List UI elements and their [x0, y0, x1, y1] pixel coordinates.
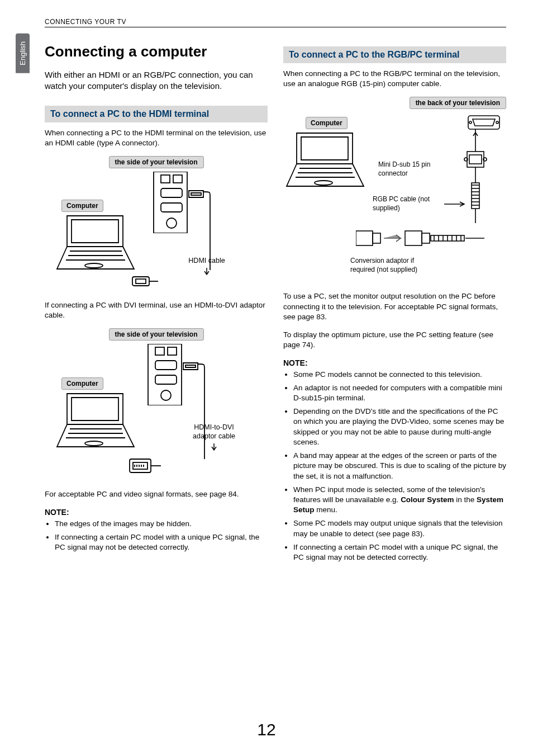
hdmi-body: When connecting a PC to the HDMI termina… [45, 128, 268, 148]
svg-rect-5 [161, 175, 170, 183]
dvi-body: If connecting a PC with DVI terminal, us… [45, 300, 268, 320]
note-list-left: The edges of the images may be hidden.If… [45, 519, 268, 553]
svg-rect-20 [155, 361, 177, 370]
svg-rect-56 [422, 233, 430, 243]
svg-rect-53 [356, 231, 373, 245]
section-heading-hdmi: To connect a PC to the HDMI terminal [45, 106, 268, 122]
section-heading-rgb: To connect a PC to the RGB/PC terminal [283, 46, 506, 63]
rgb-para2: To display the optimum picture, use the … [283, 330, 506, 350]
svg-rect-31 [468, 116, 499, 129]
svg-rect-44 [472, 183, 479, 209]
running-header: CONNECTING YOUR TV [45, 18, 506, 27]
note-item: The edges of the images may be hidden. [55, 519, 268, 529]
note-item: Some PC models cannot be connected to th… [293, 370, 506, 380]
svg-point-16 [85, 441, 103, 446]
note-item: Depending on the DVD's title and the spe… [293, 407, 506, 447]
intro-paragraph: With either an HDMI or an RGB/PC connect… [45, 69, 268, 92]
right-column: To connect a PC to the RGB/PC terminal W… [283, 43, 506, 571]
language-tab: English [16, 34, 30, 73]
laptop-icon [56, 213, 145, 275]
laptop-icon-2 [56, 391, 145, 452]
svg-rect-18 [155, 347, 164, 355]
svg-rect-19 [168, 347, 177, 355]
note-item: An adaptor is not needed for computers w… [293, 383, 506, 403]
svg-point-32 [469, 121, 472, 124]
page-title: Connecting a computer [45, 43, 268, 60]
left-column: Connecting a computer With either an HDM… [45, 43, 268, 571]
note-item: Some PC models may output unique signals… [293, 518, 506, 538]
computer-label: Computer [61, 200, 103, 212]
svg-rect-21 [155, 375, 177, 384]
note-heading-right: NOTE: [283, 358, 506, 367]
computer-label-3: Computer [306, 117, 348, 129]
svg-point-37 [315, 181, 332, 185]
svg-rect-10 [132, 277, 149, 286]
vga-cable-icon [461, 129, 489, 226]
arrow-right-icon [444, 199, 467, 209]
rgb-para1: To use a PC, set the monitor output reso… [283, 291, 506, 322]
laptop-icon-3 [285, 130, 375, 192]
svg-point-33 [496, 121, 498, 124]
rgb-body: When connecting a PC to the RGB/PC termi… [283, 69, 506, 89]
svg-rect-8 [161, 203, 182, 212]
mini-dsub-label: Mini D-sub 15 pin connector [378, 160, 445, 178]
diagram-label-tv-side: the side of your television [108, 156, 203, 168]
note-list-right: Some PC models cannot be connected to th… [283, 370, 506, 563]
svg-point-22 [161, 390, 171, 400]
note-item: A band may appear at the edges of the sc… [293, 451, 506, 481]
note-item: If connecting a certain PC model with a … [55, 532, 268, 552]
diagram-label-tv-side-2: the side of your television [108, 328, 203, 341]
note-item: When PC input mode is selected, some of … [293, 485, 506, 516]
svg-rect-11 [136, 279, 146, 284]
formats-text: For acceptable PC and video signal forma… [45, 489, 268, 499]
hdmi-cable-label: HDMI cable [179, 257, 235, 276]
svg-point-9 [166, 218, 177, 228]
note-heading-left: NOTE: [45, 508, 268, 517]
note-item: If connecting a certain PC model with a … [293, 542, 506, 563]
diagram-hdmi: the side of your television Computer [45, 156, 268, 296]
diagram-dvi: the side of your television Computer [45, 328, 268, 485]
rgb-cable-label: RGB PC cable (not supplied) [373, 195, 445, 212]
diagram-rgb: the back of your television Computer [283, 97, 506, 287]
svg-rect-55 [405, 231, 422, 245]
svg-rect-40 [469, 155, 482, 164]
svg-rect-54 [373, 233, 380, 243]
svg-point-3 [85, 263, 103, 268]
hdmi-plug-bottom-icon [131, 273, 159, 291]
page-number: 12 [0, 720, 533, 739]
adaptor-label: Conversion adaptor if required (not supp… [350, 257, 429, 274]
vga-connectors-icon [356, 225, 490, 256]
dvi-plug-icon [129, 457, 162, 478]
svg-rect-6 [173, 175, 182, 183]
diagram-label-tv-back: the back of your television [410, 97, 506, 109]
computer-label-2: Computer [61, 377, 103, 390]
svg-rect-7 [161, 188, 182, 197]
dvi-cable-label: HDMI-to-DVI adaptor cable [183, 423, 245, 451]
